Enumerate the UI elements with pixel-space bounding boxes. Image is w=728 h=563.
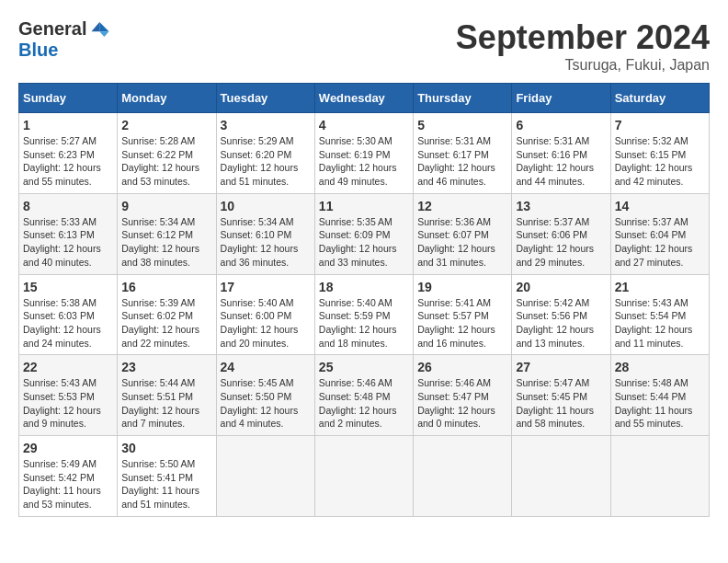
calendar-cell: [414, 436, 512, 517]
calendar-header-row: Sunday Monday Tuesday Wednesday Thursday…: [19, 84, 710, 113]
calendar-cell: 19Sunrise: 5:41 AM Sunset: 5:57 PM Dayli…: [414, 274, 512, 355]
day-info: Sunrise: 5:29 AM Sunset: 6:20 PM Dayligh…: [221, 134, 311, 189]
calendar-cell: 4Sunrise: 5:30 AM Sunset: 6:19 PM Daylig…: [314, 113, 413, 194]
col-saturday: Saturday: [610, 84, 709, 113]
day-info: Sunrise: 5:28 AM Sunset: 6:22 PM Dayligh…: [121, 134, 211, 189]
calendar-cell: 13Sunrise: 5:37 AM Sunset: 6:06 PM Dayli…: [512, 193, 610, 274]
day-number: 28: [615, 360, 705, 374]
calendar-cell: 9Sunrise: 5:34 AM Sunset: 6:12 PM Daylig…: [118, 193, 216, 274]
day-info: Sunrise: 5:43 AM Sunset: 5:53 PM Dayligh…: [23, 376, 113, 431]
day-number: 9: [121, 199, 211, 213]
day-number: 13: [516, 199, 606, 213]
col-tuesday: Tuesday: [216, 84, 314, 113]
day-info: Sunrise: 5:48 AM Sunset: 5:44 PM Dayligh…: [615, 376, 705, 431]
day-number: 14: [615, 199, 705, 213]
day-number: 17: [221, 280, 311, 294]
day-info: Sunrise: 5:43 AM Sunset: 5:54 PM Dayligh…: [615, 296, 705, 350]
day-number: 10: [221, 199, 311, 213]
day-info: Sunrise: 5:30 AM Sunset: 6:19 PM Dayligh…: [319, 134, 409, 189]
calendar-cell: 22Sunrise: 5:43 AM Sunset: 5:53 PM Dayli…: [19, 355, 118, 436]
calendar-cell: 7Sunrise: 5:32 AM Sunset: 6:15 PM Daylig…: [610, 113, 709, 194]
calendar-cell: 12Sunrise: 5:36 AM Sunset: 6:07 PM Dayli…: [414, 193, 512, 274]
calendar-cell: [610, 436, 709, 517]
day-number: 2: [121, 118, 211, 132]
day-number: 29: [23, 441, 113, 455]
calendar-cell: 11Sunrise: 5:35 AM Sunset: 6:09 PM Dayli…: [314, 193, 413, 274]
calendar-cell: 29Sunrise: 5:49 AM Sunset: 5:42 PM Dayli…: [19, 436, 118, 517]
title-section: September 2024 Tsuruga, Fukui, Japan: [456, 18, 710, 74]
day-info: Sunrise: 5:39 AM Sunset: 6:02 PM Dayligh…: [121, 296, 211, 350]
day-info: Sunrise: 5:45 AM Sunset: 5:50 PM Dayligh…: [221, 376, 311, 431]
col-monday: Monday: [118, 84, 216, 113]
calendar-cell: 20Sunrise: 5:42 AM Sunset: 5:56 PM Dayli…: [512, 274, 610, 355]
day-info: Sunrise: 5:35 AM Sunset: 6:09 PM Dayligh…: [319, 215, 409, 270]
logo-icon: [90, 19, 110, 40]
logo-blue-text: Blue: [18, 40, 58, 61]
day-info: Sunrise: 5:42 AM Sunset: 5:56 PM Dayligh…: [516, 296, 606, 350]
day-info: Sunrise: 5:50 AM Sunset: 5:41 PM Dayligh…: [121, 457, 211, 511]
calendar-cell: 5Sunrise: 5:31 AM Sunset: 6:17 PM Daylig…: [414, 113, 512, 194]
day-number: 4: [319, 118, 409, 132]
day-number: 7: [615, 118, 705, 132]
week-row-3: 15Sunrise: 5:38 AM Sunset: 6:03 PM Dayli…: [19, 274, 710, 355]
calendar-cell: 3Sunrise: 5:29 AM Sunset: 6:20 PM Daylig…: [216, 113, 314, 194]
day-info: Sunrise: 5:47 AM Sunset: 5:45 PM Dayligh…: [516, 376, 606, 431]
logo-general-text: General: [18, 18, 86, 40]
day-info: Sunrise: 5:44 AM Sunset: 5:51 PM Dayligh…: [121, 376, 211, 431]
day-number: 26: [417, 360, 507, 374]
day-info: Sunrise: 5:40 AM Sunset: 5:59 PM Dayligh…: [319, 296, 409, 350]
calendar-cell: [314, 436, 413, 517]
day-info: Sunrise: 5:34 AM Sunset: 6:10 PM Dayligh…: [221, 215, 311, 270]
day-number: 22: [23, 360, 113, 374]
location-subtitle: Tsuruga, Fukui, Japan: [456, 57, 710, 74]
calendar-cell: 16Sunrise: 5:39 AM Sunset: 6:02 PM Dayli…: [118, 274, 216, 355]
day-number: 11: [319, 199, 409, 213]
calendar-cell: 2Sunrise: 5:28 AM Sunset: 6:22 PM Daylig…: [118, 113, 216, 194]
day-info: Sunrise: 5:31 AM Sunset: 6:16 PM Dayligh…: [516, 134, 606, 189]
svg-marker-0: [100, 21, 109, 30]
calendar-cell: [512, 436, 610, 517]
day-info: Sunrise: 5:34 AM Sunset: 6:12 PM Dayligh…: [121, 215, 211, 270]
calendar-cell: 6Sunrise: 5:31 AM Sunset: 6:16 PM Daylig…: [512, 113, 610, 194]
calendar-cell: 27Sunrise: 5:47 AM Sunset: 5:45 PM Dayli…: [512, 355, 610, 436]
col-wednesday: Wednesday: [314, 84, 413, 113]
svg-marker-1: [100, 31, 109, 37]
day-number: 15: [23, 280, 113, 294]
day-number: 21: [615, 280, 705, 294]
col-friday: Friday: [512, 84, 610, 113]
day-info: Sunrise: 5:40 AM Sunset: 6:00 PM Dayligh…: [221, 296, 311, 350]
calendar-table: Sunday Monday Tuesday Wednesday Thursday…: [18, 83, 710, 517]
day-info: Sunrise: 5:27 AM Sunset: 6:23 PM Dayligh…: [23, 134, 113, 189]
calendar-cell: 15Sunrise: 5:38 AM Sunset: 6:03 PM Dayli…: [19, 274, 118, 355]
calendar-cell: 1Sunrise: 5:27 AM Sunset: 6:23 PM Daylig…: [19, 113, 118, 194]
day-number: 18: [319, 280, 409, 294]
day-number: 16: [121, 280, 211, 294]
day-info: Sunrise: 5:46 AM Sunset: 5:47 PM Dayligh…: [417, 376, 507, 431]
calendar-cell: 8Sunrise: 5:33 AM Sunset: 6:13 PM Daylig…: [19, 193, 118, 274]
day-info: Sunrise: 5:32 AM Sunset: 6:15 PM Dayligh…: [615, 134, 705, 189]
day-info: Sunrise: 5:37 AM Sunset: 6:04 PM Dayligh…: [615, 215, 705, 270]
day-number: 5: [417, 118, 507, 132]
calendar-cell: 14Sunrise: 5:37 AM Sunset: 6:04 PM Dayli…: [610, 193, 709, 274]
day-number: 25: [319, 360, 409, 374]
col-sunday: Sunday: [19, 84, 118, 113]
calendar-cell: 28Sunrise: 5:48 AM Sunset: 5:44 PM Dayli…: [610, 355, 709, 436]
calendar-cell: 21Sunrise: 5:43 AM Sunset: 5:54 PM Dayli…: [610, 274, 709, 355]
page-header: General Blue September 2024 Tsuruga, Fuk…: [18, 18, 710, 74]
week-row-2: 8Sunrise: 5:33 AM Sunset: 6:13 PM Daylig…: [19, 193, 710, 274]
day-number: 12: [417, 199, 507, 213]
day-info: Sunrise: 5:33 AM Sunset: 6:13 PM Dayligh…: [23, 215, 113, 270]
calendar-cell: 17Sunrise: 5:40 AM Sunset: 6:00 PM Dayli…: [216, 274, 314, 355]
day-number: 24: [221, 360, 311, 374]
day-number: 23: [121, 360, 211, 374]
day-info: Sunrise: 5:31 AM Sunset: 6:17 PM Dayligh…: [417, 134, 507, 189]
day-info: Sunrise: 5:38 AM Sunset: 6:03 PM Dayligh…: [23, 296, 113, 350]
day-number: 19: [417, 280, 507, 294]
week-row-5: 29Sunrise: 5:49 AM Sunset: 5:42 PM Dayli…: [19, 436, 710, 517]
day-number: 27: [516, 360, 606, 374]
week-row-4: 22Sunrise: 5:43 AM Sunset: 5:53 PM Dayli…: [19, 355, 710, 436]
calendar-cell: 10Sunrise: 5:34 AM Sunset: 6:10 PM Dayli…: [216, 193, 314, 274]
day-number: 20: [516, 280, 606, 294]
calendar-cell: 23Sunrise: 5:44 AM Sunset: 5:51 PM Dayli…: [118, 355, 216, 436]
day-info: Sunrise: 5:36 AM Sunset: 6:07 PM Dayligh…: [417, 215, 507, 270]
